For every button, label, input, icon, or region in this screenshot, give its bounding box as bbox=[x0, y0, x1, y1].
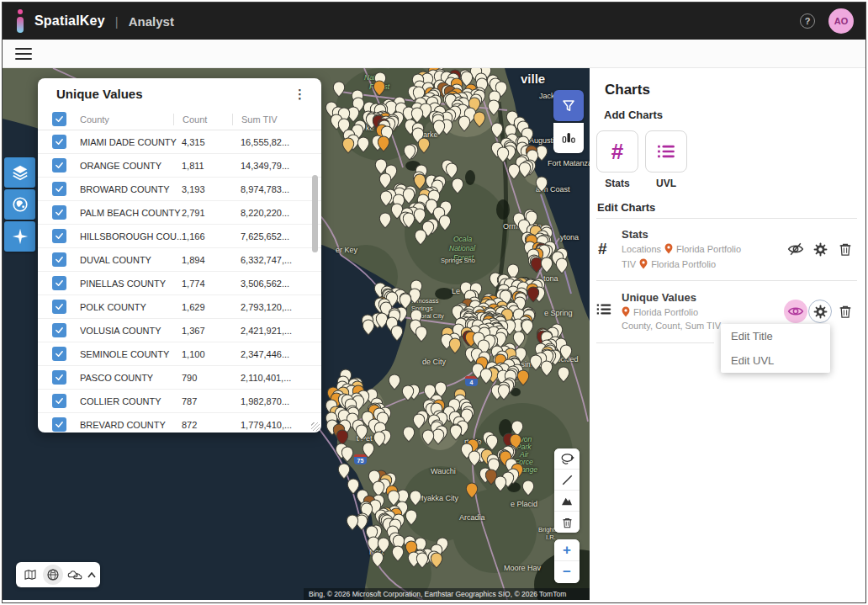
map-style-button[interactable] bbox=[20, 565, 40, 585]
map-pin[interactable] bbox=[391, 545, 404, 565]
delete-shape-button[interactable] bbox=[554, 512, 580, 533]
cell-county: BREVARD COUNTY bbox=[80, 420, 182, 430]
map-pin[interactable] bbox=[519, 162, 532, 182]
satellite-style-button[interactable] bbox=[43, 565, 63, 585]
map-pin[interactable] bbox=[488, 99, 500, 119]
map-pin[interactable] bbox=[332, 81, 345, 101]
row-checkbox[interactable] bbox=[52, 323, 66, 337]
chart-panel-button[interactable] bbox=[553, 123, 584, 153]
row-checkbox[interactable] bbox=[52, 370, 66, 385]
map-pin[interactable] bbox=[451, 178, 463, 198]
user-avatar[interactable]: AO bbox=[828, 8, 854, 34]
menu-icon[interactable] bbox=[15, 48, 32, 60]
column-count[interactable]: Count bbox=[173, 114, 232, 125]
row-checkbox[interactable] bbox=[52, 347, 66, 361]
map-pin[interactable] bbox=[421, 429, 434, 449]
map-pin[interactable] bbox=[417, 137, 430, 157]
map-pin[interactable] bbox=[390, 325, 403, 345]
row-checkbox[interactable] bbox=[52, 135, 66, 149]
globe-icon bbox=[11, 195, 29, 214]
cell-county: PINELLAS COUNTY bbox=[80, 279, 182, 289]
map-pin[interactable] bbox=[536, 176, 548, 196]
map-pin[interactable] bbox=[341, 137, 354, 157]
cell-sum-tiv: 14,349,79... bbox=[241, 161, 321, 171]
cell-count: 1,166 bbox=[182, 231, 241, 241]
map-pin[interactable] bbox=[497, 384, 510, 404]
spotlight-button[interactable] bbox=[4, 221, 35, 252]
map-pin[interactable] bbox=[439, 215, 452, 235]
layers-button[interactable] bbox=[4, 157, 35, 188]
filter-button[interactable] bbox=[553, 90, 584, 121]
row-checkbox[interactable] bbox=[52, 252, 66, 267]
add-stats-button[interactable]: # bbox=[596, 130, 638, 172]
map-pin[interactable] bbox=[540, 257, 553, 277]
menu-item[interactable]: Edit Title bbox=[721, 324, 830, 348]
map-pin[interactable] bbox=[449, 424, 462, 444]
map-pin[interactable] bbox=[379, 212, 392, 232]
map-pin[interactable] bbox=[362, 442, 374, 462]
add-uvl-button[interactable] bbox=[645, 130, 687, 172]
map-pin[interactable] bbox=[416, 552, 429, 572]
map-pin[interactable] bbox=[357, 136, 369, 157]
map-pin[interactable] bbox=[388, 374, 400, 394]
polygon-tool-button[interactable] bbox=[554, 491, 580, 512]
line-tool-button[interactable] bbox=[554, 470, 580, 491]
globe-button[interactable] bbox=[4, 189, 35, 220]
row-checkbox[interactable] bbox=[52, 276, 66, 290]
zoom-out-button[interactable]: − bbox=[554, 561, 580, 583]
lasso-tool-button[interactable] bbox=[554, 448, 580, 470]
stats-delete-button[interactable] bbox=[834, 237, 857, 261]
row-checkbox[interactable] bbox=[52, 205, 66, 220]
cell-sum-tiv: 1,982,870... bbox=[241, 396, 321, 406]
menu-item[interactable]: Edit UVL bbox=[721, 348, 830, 373]
map-pin[interactable] bbox=[415, 229, 427, 249]
zoom-in-button[interactable]: + bbox=[554, 539, 580, 561]
map-pin[interactable] bbox=[431, 552, 443, 572]
select-all-checkbox[interactable] bbox=[52, 112, 66, 126]
map-pin[interactable] bbox=[403, 144, 415, 164]
row-checkbox[interactable] bbox=[52, 417, 66, 432]
map-pin[interactable] bbox=[415, 326, 428, 346]
chevron-up-icon[interactable] bbox=[87, 572, 96, 578]
stats-visibility-button[interactable] bbox=[784, 237, 807, 261]
map-pin[interactable] bbox=[556, 257, 569, 278]
column-county[interactable]: County bbox=[80, 114, 182, 125]
row-checkbox[interactable] bbox=[52, 182, 66, 196]
weather-layer-button[interactable] bbox=[65, 565, 85, 585]
uvl-visibility-button[interactable] bbox=[784, 300, 807, 323]
map-pin[interactable] bbox=[558, 366, 570, 386]
map-pin[interactable] bbox=[458, 115, 470, 135]
map-pin[interactable] bbox=[449, 337, 462, 358]
map-pin[interactable] bbox=[494, 475, 506, 496]
map-pin[interactable] bbox=[522, 480, 535, 500]
uvl-settings-button[interactable] bbox=[808, 300, 832, 323]
row-checkbox[interactable] bbox=[52, 158, 66, 172]
map-pin[interactable] bbox=[540, 360, 553, 380]
map-pin[interactable] bbox=[410, 490, 422, 510]
uvl-delete-button[interactable] bbox=[834, 300, 857, 323]
row-checkbox[interactable] bbox=[52, 229, 66, 243]
kebab-menu-icon[interactable]: ⋮ bbox=[288, 86, 311, 102]
map-pin[interactable] bbox=[373, 431, 386, 451]
map-pin[interactable] bbox=[516, 369, 529, 390]
map-pin[interactable] bbox=[372, 551, 384, 571]
map-pin[interactable] bbox=[402, 385, 415, 405]
map-pin[interactable] bbox=[373, 80, 386, 100]
map-pin[interactable] bbox=[527, 286, 540, 306]
map-pin[interactable] bbox=[378, 135, 390, 156]
table-scrollbar[interactable] bbox=[312, 175, 318, 252]
map-pin[interactable] bbox=[466, 482, 479, 502]
map-pin[interactable] bbox=[507, 163, 520, 183]
row-checkbox[interactable] bbox=[52, 300, 66, 314]
map-pin[interactable] bbox=[403, 426, 415, 446]
map-pin[interactable] bbox=[405, 509, 417, 529]
map-pin[interactable] bbox=[433, 119, 446, 140]
column-sum-tiv[interactable]: Sum TIV bbox=[232, 114, 321, 125]
help-button[interactable]: ? bbox=[800, 13, 815, 29]
map-pin[interactable] bbox=[347, 514, 359, 534]
stats-settings-button[interactable] bbox=[808, 237, 832, 261]
map-pin[interactable] bbox=[403, 212, 415, 232]
row-checkbox[interactable] bbox=[52, 394, 66, 408]
map-pin[interactable] bbox=[474, 111, 486, 131]
map-pin[interactable] bbox=[362, 319, 374, 339]
